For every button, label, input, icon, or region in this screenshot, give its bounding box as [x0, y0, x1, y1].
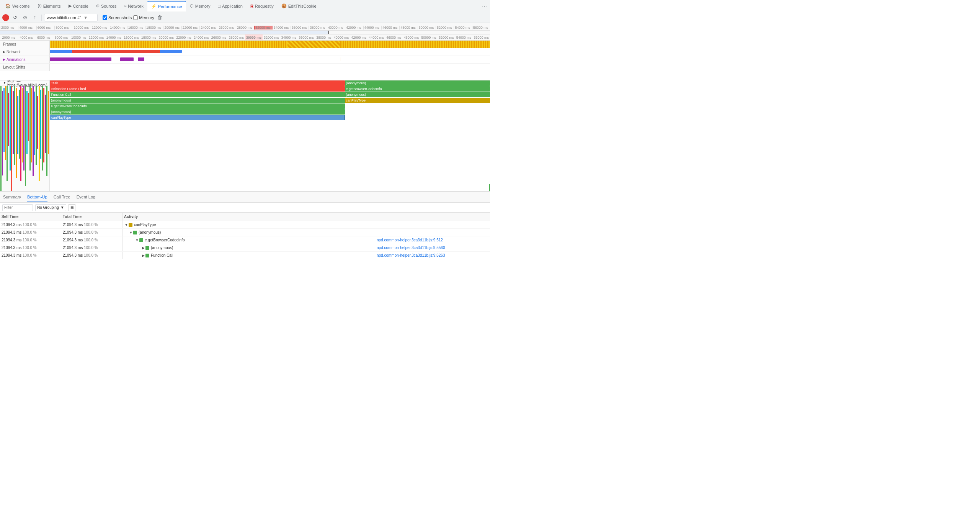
scrubber-track[interactable] — [0, 31, 490, 34]
tick-4000: 4000 ms — [18, 26, 36, 30]
stop-button[interactable]: ⊘ — [21, 13, 29, 22]
network-bar-2 — [72, 50, 160, 53]
task-bar[interactable]: Task — [50, 80, 345, 86]
ruler-ticks-container: 2000 ms 4000 ms 6000 ms 8000 ms 10000 ms… — [0, 23, 490, 30]
memory-checkbox[interactable]: Memory — [133, 15, 154, 20]
expand-2[interactable]: ▼ — [129, 230, 133, 235]
requestly-icon: R — [250, 4, 253, 8]
anonymous-bar-5[interactable]: (anonymous) — [50, 109, 345, 115]
tab-network[interactable]: ≈ Network — [120, 1, 147, 11]
screenshots-checkbox[interactable]: Screenshots — [103, 15, 132, 20]
separator-1 — [41, 15, 42, 21]
anonymous-bar-right-2[interactable]: (anonymous) — [345, 92, 490, 97]
left-flame-mini — [0, 86, 49, 192]
tick-18000: 18000 ms — [145, 26, 163, 30]
header-activity[interactable]: Activity — [122, 213, 490, 221]
frames-content[interactable] — [50, 41, 490, 48]
overview-panel: 2000 ms 4000 ms 6000 ms 8000 ms 10000 ms… — [0, 31, 490, 80]
bottom-tabs: Summary Bottom-Up Call Tree Event Log — [0, 192, 490, 203]
activity-5: ▶ Function Call — [122, 252, 375, 259]
tab-performance[interactable]: ⚡ Performance — [147, 1, 186, 11]
network-label[interactable]: ▶ Network — [0, 48, 50, 56]
tab-summary[interactable]: Summary — [3, 192, 21, 202]
url-dropdown-icon[interactable]: ▼ — [83, 15, 88, 20]
anim-bar-3 — [138, 57, 144, 61]
animations-expand-arrow[interactable]: ▶ — [3, 58, 5, 61]
table-row: 21094.3 ms 100.0 % 21094.3 ms 100.0 % ▼ … — [0, 229, 490, 236]
grouping-select[interactable]: No Grouping ▼ — [35, 204, 66, 211]
tab-event-log[interactable]: Event Log — [77, 192, 96, 202]
more-tabs-button[interactable]: ⋯ — [480, 2, 488, 10]
header-total-time[interactable]: Total Time — [61, 213, 122, 221]
tab-requestly[interactable]: R Requestly — [247, 1, 278, 11]
total-time-3: 21094.3 ms 100.0 % — [61, 236, 122, 244]
layout-shifts-content[interactable] — [50, 64, 490, 71]
tab-bottom-up[interactable]: Bottom-Up — [27, 192, 47, 202]
expand-4[interactable]: ▶ — [141, 246, 145, 250]
network-content[interactable] — [50, 48, 490, 56]
overview-ruler: 2000 ms 4000 ms 6000 ms 8000 ms 10000 ms… — [0, 23, 490, 31]
flame-chart-right[interactable]: Task (anonymous) Animation Frame Fired e… — [50, 80, 490, 191]
tab-console[interactable]: ▶ Console — [65, 1, 92, 11]
source-link-4[interactable]: npd.common-helper.3ca3d11b.js:9:5560 — [377, 246, 445, 250]
animations-label: ▶ Animations — [0, 56, 50, 63]
total-time-2: 21094.3 ms 100.0 % — [61, 229, 122, 236]
activity-2: ▼ (anonymous) — [122, 229, 490, 236]
tick-54000: 54000 ms — [454, 26, 472, 30]
tick-42000: 42000 ms — [345, 26, 363, 30]
tick-22000: 22000 ms — [181, 26, 199, 30]
table-header: Self Time Total Time Activity — [0, 213, 490, 221]
getbrowsercodecinfo-bar-right-1[interactable]: e.getBrowserCodecInfo — [345, 86, 490, 92]
data-table: Self Time Total Time Activity 21094.3 ms… — [0, 213, 490, 259]
tick-24000: 24000 ms — [199, 26, 217, 30]
reload-button[interactable]: ↺ — [11, 13, 19, 22]
header-self-time[interactable]: Self Time — [0, 213, 61, 221]
tick-12000: 12000 ms — [91, 26, 109, 30]
console-icon: ▶ — [69, 3, 72, 8]
tick-14000: 14000 ms — [109, 26, 127, 30]
network-track: ▶ Network — [0, 48, 490, 56]
tick-26000: 26000 ms — [218, 26, 236, 30]
scrubber-handle[interactable] — [328, 31, 329, 34]
filter-input[interactable] — [2, 204, 33, 211]
tab-elements[interactable]: ⟨/⟩ Elements — [34, 1, 65, 11]
source-5: npd.common-helper.3ca3d11b.js:9:6263 — [375, 252, 490, 259]
record-button[interactable] — [2, 14, 9, 21]
getbrowsercodecinfo-bar-4[interactable]: e.getBrowserCodecInfo — [50, 103, 345, 109]
group-by-button[interactable]: ⊞ — [69, 204, 75, 211]
main-thread-label: ▼ Main — https://www.bilibili.com/ — [0, 80, 49, 86]
sources-icon: ⊕ — [96, 3, 100, 8]
activity-icon-2 — [133, 231, 137, 234]
activity-4: ▶ (anonymous) — [122, 244, 375, 251]
tab-sources[interactable]: ⊕ Sources — [92, 1, 120, 11]
animation-frame-fired-bar[interactable]: Animation Frame Fired — [50, 86, 345, 92]
activity-3: ▼ e.getBrowserCodecInfo — [122, 236, 375, 244]
function-call-bar[interactable]: Function Call — [50, 92, 345, 97]
table-row: 21094.3 ms 100.0 % 21094.3 ms 100.0 % ▶ … — [0, 252, 490, 259]
tab-editthiscookie[interactable]: 🍪 EditThisCookie — [278, 1, 320, 11]
tab-memory[interactable]: ⬡ Memory — [186, 1, 214, 11]
tick-10000: 10000 ms — [73, 26, 91, 30]
canplaytype-bar-selected[interactable]: canPlayType — [50, 115, 345, 120]
anim-bar-1 — [50, 57, 111, 61]
network-expand-arrow[interactable]: ▶ — [3, 50, 5, 54]
up-button[interactable]: ↑ — [31, 13, 39, 22]
main-thread-expand[interactable]: ▼ — [3, 81, 6, 85]
trash-button[interactable]: 🗑 — [156, 13, 164, 22]
source-link-3[interactable]: npd.common-helper.3ca3d11b.js:9:512 — [377, 238, 443, 242]
tab-call-tree[interactable]: Call Tree — [54, 192, 70, 202]
expand-5[interactable]: ▶ — [141, 253, 145, 258]
elements-icon: ⟨/⟩ — [38, 3, 42, 8]
tick-20000: 20000 ms — [163, 26, 181, 30]
anonymous-bar-left-3[interactable]: (anonymous) — [50, 98, 345, 103]
anonymous-bar-right-0[interactable]: (anonymous) — [345, 80, 490, 86]
source-link-5[interactable]: npd.common-helper.3ca3d11b.js:9:6263 — [377, 253, 445, 257]
animations-content[interactable] — [50, 56, 490, 63]
canplaytype-bar-right-3[interactable]: canPlayType — [345, 98, 490, 103]
tab-application[interactable]: □ Application — [214, 1, 246, 11]
expand-3[interactable]: ▼ — [135, 238, 139, 243]
self-time-5: 21094.3 ms 100.0 % — [0, 252, 61, 259]
expand-1[interactable]: ▼ — [124, 223, 129, 227]
tab-welcome[interactable]: 🏠 Welcome — [2, 1, 34, 11]
tick-46000: 46000 ms — [381, 26, 399, 30]
